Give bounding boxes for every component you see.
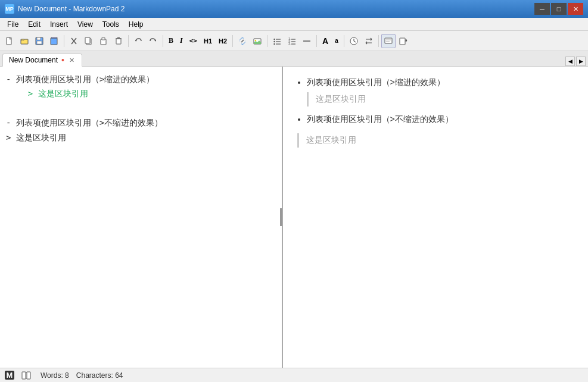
svg-rect-36 [385,38,392,43]
book-icon[interactable] [21,371,31,380]
export-button[interactable] [396,34,410,48]
sep6 [316,35,317,47]
svg-rect-13 [116,39,121,44]
delete-button[interactable] [111,34,126,48]
copy-button[interactable] [82,34,96,48]
editor-line-4-text: - 列表项使用区块引用（>不缩进的效果） [6,118,163,127]
font-smaller-button[interactable]: a [332,35,341,48]
h1-button[interactable]: H1 [201,35,215,48]
editor-content[interactable]: - 列表项使用区块引用（>缩进的效果） > 这是区块引用 - 列表项使用区块引用… [0,67,282,368]
preview-list: 列表项使用区块引用（>缩进的效果） 这是区块引用 列表项使用区块引用（>不缩进的… [295,76,577,126]
svg-text:3.: 3. [288,42,291,45]
tab-nav-right[interactable]: ▶ [576,57,586,66]
app-icon: MP [5,4,14,14]
svg-rect-12 [102,37,105,40]
unordered-list-button[interactable] [270,34,284,48]
preview-list-item-1-text: 列表项使用区块引用（>缩进的效果） [307,77,445,87]
redo-button[interactable] [146,34,160,48]
image-icon [253,37,262,45]
chars-count: Characters: 64 [76,371,123,380]
menu-help[interactable]: Help [124,19,148,30]
window-title: New Document - MarkdownPad 2 [18,5,534,13]
svg-rect-3 [37,37,41,40]
preview-pane: 列表项使用区块引用（>缩进的效果） 这是区块引用 列表项使用区块引用（>不缩进的… [283,67,589,368]
editor-line-5-text: > 这是区块引用 [6,133,66,142]
preview-blockquote-1: 这是区块引用 [307,92,577,107]
special-icon [365,37,373,45]
markdown-mode-icon[interactable]: M [5,371,14,380]
preview-list-item-2: 列表项使用区块引用（>不缩进的效果） [307,112,577,127]
delete-icon [114,37,123,45]
link-icon [238,37,247,45]
editor-line-4: - 列表项使用区块引用（>不缩进的效果） [6,116,277,129]
paste-button[interactable] [97,34,111,48]
tab-nav-left[interactable]: ◀ [565,57,575,66]
pane-divider[interactable] [280,208,283,226]
sep1 [64,35,64,47]
open-file-icon [20,37,29,45]
timestamp-button[interactable] [347,34,361,48]
save-button[interactable] [32,34,46,48]
menu-tools[interactable]: Tools [98,19,124,30]
tab-modified-indicator: • [61,55,64,65]
italic-button[interactable]: I [177,35,186,48]
close-button[interactable]: ✕ [568,3,583,15]
h2-button[interactable]: H2 [216,35,230,48]
sep2 [128,35,129,47]
export-icon [399,37,407,45]
window-controls: ─ □ ✕ [534,3,583,15]
save-all-button[interactable] [47,34,61,48]
svg-rect-41 [27,372,30,379]
divider-dot-3 [282,220,283,221]
divider-dot-1 [282,214,283,215]
preview-list-item-1: 列表项使用区块引用（>缩进的效果） 这是区块引用 [307,76,577,107]
sep8 [378,35,379,47]
preview-list-item-2-text: 列表项使用区块引用（>不缩进的效果） [307,114,453,124]
image-button[interactable] [250,34,265,48]
code-button[interactable]: <> [186,35,200,48]
svg-rect-10 [85,37,90,43]
bold-button[interactable]: B [166,35,176,48]
menu-bar: File Edit Insert View Tools Help [0,18,588,31]
editor-line-1-text: - 列表项使用区块引用（>缩进的效果） [6,74,154,84]
save-icon [35,37,43,45]
minimize-button[interactable]: ─ [534,3,550,15]
svg-rect-6 [51,37,57,38]
special-button[interactable] [362,34,376,48]
preview-toggle-button[interactable] [381,34,396,48]
ordered-list-icon: 1. 2. 3. [288,37,296,45]
font-bigger-button[interactable]: A [319,35,331,48]
undo-icon [134,37,142,45]
open-file-button[interactable] [17,34,32,48]
editor-pane: - 列表项使用区块引用（>缩进的效果） > 这是区块引用 - 列表项使用区块引用… [0,67,283,368]
cut-button[interactable] [67,34,81,48]
svg-rect-4 [37,41,42,44]
status-bar: M Words: 8 Characters: 64 [0,368,588,382]
tab-label: New Document [9,56,58,64]
toolbar: B I <> H1 H2 1. 2. [0,31,588,51]
tab-close-button[interactable]: ✕ [68,57,76,64]
menu-insert[interactable]: Insert [45,19,73,30]
tab-new-document[interactable]: New Document • ✕ [2,54,82,67]
svg-point-24 [273,43,275,44]
sep3 [163,35,163,47]
words-count: Words: 8 [41,371,69,380]
svg-point-19 [255,39,256,40]
editor-line-2-text: > 这是区块引用 [6,87,277,100]
svg-rect-39 [400,38,405,45]
svg-point-20 [273,38,275,39]
maximize-button[interactable]: □ [551,3,567,15]
copy-icon [85,37,93,45]
menu-edit[interactable]: Edit [23,19,45,30]
tab-navigation: ◀ ▶ [565,57,586,66]
link-button[interactable] [235,34,250,48]
horizontal-rule-button[interactable] [300,34,314,48]
sep7 [344,35,344,47]
menu-file[interactable]: File [2,19,23,30]
menu-view[interactable]: View [73,19,98,30]
ordered-list-button[interactable]: 1. 2. 3. [285,34,299,48]
editor-line-5: > 这是区块引用 [6,131,277,144]
undo-button[interactable] [131,34,145,48]
svg-rect-5 [51,38,57,45]
new-file-button[interactable] [2,34,17,48]
